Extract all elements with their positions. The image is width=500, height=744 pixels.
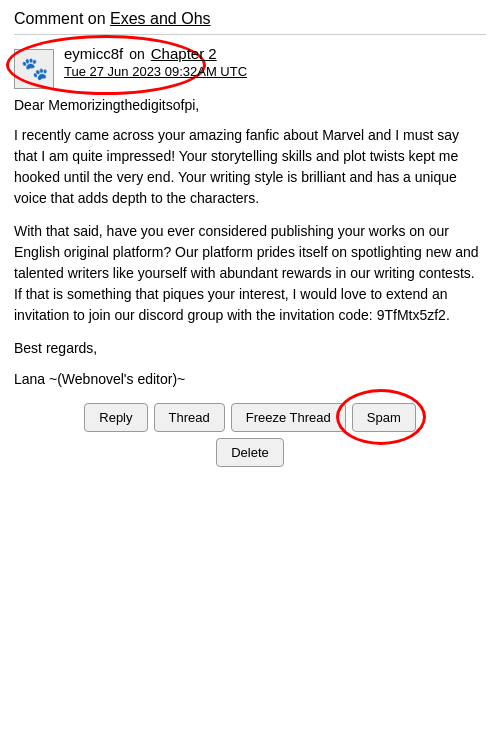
timestamp: Tue 27 Jun 2023 09:32AM UTC: [64, 64, 247, 79]
username[interactable]: eymicc8f: [64, 45, 123, 62]
salutation: Dear Memorizingthedigitsofpi,: [14, 97, 486, 113]
freeze-thread-button[interactable]: Freeze Thread: [231, 403, 346, 432]
paragraph-3: Best regards,: [14, 338, 486, 359]
title-prefix: Comment on: [14, 10, 110, 27]
button-row-1: Reply Thread Freeze Thread Spam: [14, 403, 486, 432]
spam-btn-wrapper: Spam: [352, 403, 416, 432]
on-text: on: [129, 46, 145, 62]
reply-button[interactable]: Reply: [84, 403, 147, 432]
spam-button[interactable]: Spam: [352, 403, 416, 432]
chapter-link[interactable]: Chapter 2: [151, 45, 217, 62]
signature: Lana ~(Webnovel's editor)~: [14, 371, 486, 387]
button-row-2: Delete: [14, 438, 486, 467]
page-title: Comment on Exes and Ohs: [14, 10, 486, 35]
thread-button[interactable]: Thread: [154, 403, 225, 432]
avatar-area: 🐾: [14, 49, 54, 89]
meta-area: eymicc8f on Chapter 2 Tue 27 Jun 2023 09…: [64, 45, 247, 79]
paragraph-2: With that said, have you ever considered…: [14, 221, 486, 326]
comment-body: I recently came across your amazing fanf…: [14, 125, 486, 359]
title-link[interactable]: Exes and Ohs: [110, 10, 211, 27]
paragraph-1: I recently came across your amazing fanf…: [14, 125, 486, 209]
page-container: Comment on Exes and Ohs 🐾 eymicc8f on Ch…: [0, 0, 500, 477]
user-chapter-line: eymicc8f on Chapter 2: [64, 45, 247, 62]
avatar: 🐾: [14, 49, 54, 89]
comment-header: 🐾 eymicc8f on Chapter 2 Tue 27 Jun 2023 …: [14, 45, 486, 89]
delete-button[interactable]: Delete: [216, 438, 284, 467]
